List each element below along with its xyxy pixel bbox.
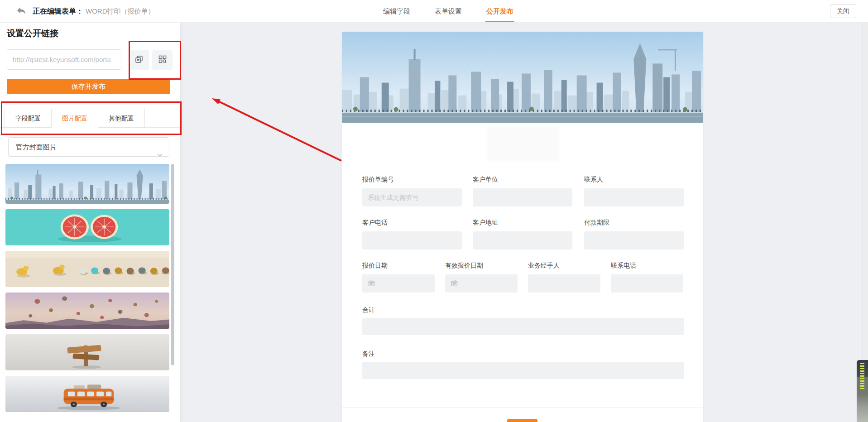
form-submit-button[interactable]	[507, 419, 537, 422]
field-input-total[interactable]	[362, 318, 684, 335]
tab-other-config[interactable]: 其他配置	[98, 109, 145, 128]
back-icon[interactable]	[15, 5, 27, 17]
field-label-quote-date: 报价日期	[362, 262, 435, 270]
field-input-contact-person[interactable]	[584, 188, 684, 206]
chevron-down-icon	[157, 145, 163, 164]
watermark-ghost	[487, 126, 559, 161]
form-cover-image	[342, 32, 703, 123]
field-input-quote-number[interactable]	[362, 188, 462, 206]
equalizer-ticks	[860, 363, 864, 389]
form-name: WORD打印（报价单）	[86, 7, 155, 15]
cover-thumbnail-wooden-signpost[interactable]	[5, 334, 169, 370]
save-and-publish-button[interactable]: 保存并发布	[7, 79, 170, 94]
field-input-customer-phone[interactable]	[362, 231, 462, 249]
field-input-payment-term[interactable]	[584, 231, 684, 249]
field-label-payment-term: 付款期限	[584, 219, 684, 227]
cover-thumbnail-shells-on-sand[interactable]	[5, 251, 169, 287]
qrcode-icon	[158, 55, 167, 65]
calendar-icon	[368, 280, 375, 287]
copy-link-button[interactable]	[129, 50, 149, 70]
field-label-customer-address: 客户地址	[473, 219, 572, 227]
cover-thumbnail-list	[5, 164, 169, 417]
tab-field-config[interactable]: 字段配置	[5, 109, 52, 128]
close-button[interactable]: 关闭	[830, 4, 856, 18]
qrcode-button[interactable]	[152, 50, 173, 70]
field-label-quote-number: 报价单编号	[362, 176, 462, 184]
form-editor-app: 正在编辑表单：WORD打印（报价单） 编辑字段 表单设置 公开发布 关闭 设置公…	[0, 0, 868, 422]
field-label-customer-company: 客户单位	[473, 176, 572, 184]
page-title: 正在编辑表单：WORD打印（报价单）	[33, 0, 155, 22]
tab-public-publish[interactable]: 公开发布	[486, 0, 513, 22]
field-input-contact-phone[interactable]	[611, 274, 683, 293]
field-input-quote-date[interactable]	[362, 274, 435, 293]
field-label-contact-phone: 联系电话	[611, 262, 683, 270]
field-input-customer-company[interactable]	[473, 188, 572, 206]
field-label-contact-person: 联系人	[584, 176, 684, 184]
calendar-icon	[451, 280, 458, 287]
field-input-sales-handler[interactable]	[528, 274, 600, 293]
editing-form-label: 正在编辑表单：	[33, 7, 83, 15]
cover-image-dropdown[interactable]: 官方封面图片	[8, 137, 169, 157]
form-preview-card: 报价单编号 客户单位 联系人 客户电话 客户地址 付款期限 报价日期 有效报价日…	[342, 32, 703, 422]
field-input-valid-until-date[interactable]	[445, 274, 518, 293]
cover-thumbnail-grapefruit-halves[interactable]	[5, 209, 169, 245]
cover-image-dropdown-value: 官方封面图片	[16, 143, 57, 151]
config-tabs: 字段配置 图片配置 其他配置	[0, 109, 180, 128]
field-label-total: 合计	[362, 306, 684, 314]
field-label-valid-until-date: 有效报价日期	[445, 262, 518, 270]
cover-thumbnail-hot-air-balloons[interactable]	[5, 293, 169, 329]
field-label-remark: 备注	[362, 350, 684, 358]
sidebar-scrollbar[interactable]	[171, 164, 174, 365]
top-header: 正在编辑表单：WORD打印（报价单） 编辑字段 表单设置 公开发布 关闭	[0, 0, 868, 23]
public-link-input[interactable]	[7, 49, 121, 70]
cover-thumbnail-orange-toy-bus[interactable]	[5, 376, 169, 412]
tab-image-config[interactable]: 图片配置	[52, 109, 98, 128]
sidebar-heading: 设置公开链接	[7, 28, 58, 39]
field-input-remark[interactable]	[362, 362, 684, 379]
cover-thumbnail-city-skyline[interactable]	[5, 164, 169, 204]
screen-edge-widget	[857, 360, 868, 422]
tab-form-settings[interactable]: 表单设置	[435, 0, 462, 22]
header-tabs: 编辑字段 表单设置 公开发布	[383, 0, 513, 22]
tab-edit-fields[interactable]: 编辑字段	[383, 0, 410, 22]
copy-icon	[134, 55, 144, 65]
field-label-sales-handler: 业务经手人	[528, 262, 600, 270]
field-input-customer-address[interactable]	[473, 231, 572, 249]
field-label-customer-phone: 客户电话	[362, 219, 462, 227]
publish-settings-sidebar: 设置公开链接 保存并发布 字段配置 图片	[0, 22, 180, 422]
card-footer-divider	[342, 408, 703, 408]
